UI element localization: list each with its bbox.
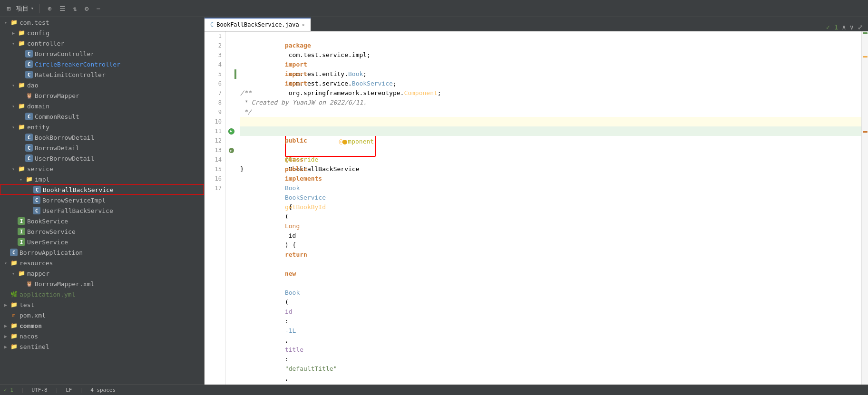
code-line-13: public Book getBookById ( Long id ) { re… (240, 145, 861, 155)
label-BorrowServiceImpl: BorrowServiceImpl (42, 197, 106, 204)
sidebar-item-entity[interactable]: ▾ 📁 entity (0, 122, 204, 132)
code-line-11: public class BookFallBackService impleme… (240, 126, 861, 136)
sidebar-item-config[interactable]: ▶ 📁 config (0, 28, 204, 38)
gutter-17 (226, 183, 236, 193)
space-13c (285, 260, 289, 268)
label-CommonResult: CommonResult (35, 113, 79, 120)
str-defaultTitle: "defaultTitle" (285, 365, 337, 372)
sidebar-item-BorrowController[interactable]: C BorrowController (0, 48, 204, 59)
gutter-icons: ▶ ▶ (226, 31, 236, 385)
sidebar-item-BorrowDetail[interactable]: C BorrowDetail (0, 143, 204, 153)
sidebar-item-test[interactable]: ▶ 📁 test (0, 299, 204, 310)
sidebar-item-CircleBreakerController[interactable]: C CircleBreakerController (0, 59, 204, 69)
label-UserService: UserService (27, 239, 68, 246)
tab-bar-right: ✓ 1 ∧ ∨ ⤢ (826, 23, 868, 31)
sidebar-item-com-test[interactable]: ▾ 📁 com.test (0, 17, 204, 28)
sidebar-item-BorrowApplication[interactable]: C BorrowApplication (0, 247, 204, 258)
arrow-service: ▾ (10, 166, 17, 172)
nav-down-arrow[interactable]: ∨ (850, 23, 854, 31)
run-gutter-icon-11[interactable]: ▶ (228, 128, 234, 135)
sidebar-item-pom-xml[interactable]: m pom.xml (0, 310, 204, 320)
label-BorrowMapper-dao: BorrowMapper (35, 92, 79, 99)
sidebar-item-application-yaml[interactable]: 🌿 application.yml (0, 289, 204, 299)
sidebar-item-RateLimitController[interactable]: C RateLimitController (0, 69, 204, 80)
toolbar-sort-btn[interactable]: ⇅ (71, 4, 79, 13)
label-controller: controller (27, 40, 64, 47)
editor-area[interactable]: 1 2 3 4 5 6 7 8 9 10 11 12 13 14 15 16 1 (205, 31, 868, 385)
sidebar-item-dao[interactable]: ▾ 📁 dao (0, 80, 204, 90)
sidebar-item-common[interactable]: ▶ 📁 common (0, 320, 204, 331)
sidebar-item-impl[interactable]: ▾ 📁 impl (0, 174, 204, 184)
toolbar-locate-btn[interactable]: ⊕ (46, 4, 53, 13)
folder-icon-service: 📁 (17, 165, 26, 172)
label-nacos: nacos (20, 333, 38, 340)
label-dao: dao (27, 82, 38, 89)
gutter-10 (226, 117, 236, 126)
folder-icon-config: 📁 (17, 29, 26, 36)
line-num-7: 7 (205, 88, 222, 98)
line-num-2: 2 (205, 41, 222, 50)
gutter-11[interactable]: ▶ (226, 126, 236, 136)
line-num-6: 6 (205, 79, 222, 88)
code-line-4: import com.test.service.BookService; (240, 60, 861, 69)
sidebar-item-service[interactable]: ▾ 📁 service (0, 164, 204, 174)
line-num-16: 16 (205, 174, 222, 183)
sidebar-item-UserService[interactable]: I UserService (0, 237, 204, 247)
sidebar-item-UserFallBackService[interactable]: C UserFallBackService (0, 205, 204, 216)
gutter-8 (226, 98, 236, 107)
comma-2: , (285, 375, 296, 382)
arrow-sentinel: ▶ (2, 344, 10, 349)
sidebar-item-nacos[interactable]: ▶ 📁 nacos (0, 331, 204, 341)
nav-up-arrow[interactable]: ∧ (842, 23, 846, 31)
code-line-14 (240, 155, 861, 164)
right-gutter-indicator-orange (863, 131, 868, 133)
sidebar-item-BookBorrowDetail[interactable]: C BookBorrowDetail (0, 132, 204, 143)
tab-close-button[interactable]: × (302, 22, 305, 28)
sidebar-item-BorrowService[interactable]: I BorrowService (0, 226, 204, 237)
label-config: config (27, 29, 49, 37)
sidebar-item-mapper[interactable]: ▾ 📁 mapper (0, 268, 204, 279)
toolbar-project-icon[interactable]: ⊞ (5, 4, 12, 13)
run-gutter-icon-13[interactable]: ▶ (229, 148, 234, 153)
label-impl: impl (35, 176, 49, 183)
status-line-sep: LF (66, 387, 72, 393)
sidebar-item-BookService[interactable]: I BookService (0, 216, 204, 226)
sidebar-item-BorrowServiceImpl[interactable]: C BorrowServiceImpl (0, 195, 204, 205)
code-area[interactable]: package com.test.service.impl; import co… (236, 31, 861, 385)
gutter-13[interactable]: ▶ (226, 145, 236, 155)
colon-2: : (285, 356, 293, 363)
arrow-entity: ▾ (10, 125, 17, 130)
label-resources: resources (20, 260, 53, 267)
label-BorrowApplication: BorrowApplication (20, 249, 83, 256)
sidebar-item-BookFallBackService[interactable]: C BookFallBackService (0, 184, 204, 195)
gutter-9 (226, 107, 236, 117)
interface-icon-BookService: I (17, 217, 26, 225)
label-pom-xml: pom.xml (20, 312, 46, 319)
sidebar-item-sentinel[interactable]: ▶ 📁 sentinel (0, 341, 204, 352)
arrow-config: ▶ (10, 30, 17, 36)
line-num-9: 9 (205, 107, 222, 117)
label-UserFallBackService: UserFallBackService (42, 207, 113, 214)
line-num-10: 10 (205, 117, 222, 126)
gutter-5 (226, 69, 236, 79)
toolbar-settings-btn[interactable]: ⚙ (83, 4, 90, 13)
folder-icon-resources: 📁 (10, 260, 18, 266)
tab-BookFallBackService[interactable]: C BookFallBackService.java × (205, 18, 311, 31)
toolbar-collapse-btn[interactable]: ☰ (58, 4, 68, 13)
toolbar-minus-btn[interactable]: − (94, 4, 102, 13)
run-play-icon-small: ▶ (230, 149, 232, 152)
folder-icon-common: 📁 (10, 322, 18, 329)
nav-expand[interactable]: ⤢ (858, 23, 863, 31)
sidebar-item-BorrowMapper-xml[interactable]: 🦉 BorrowMapper.xml (0, 279, 204, 289)
sidebar-item-resources[interactable]: ▾ 📁 resources (0, 258, 204, 268)
tab-label: BookFallBackService.java (216, 21, 299, 28)
sidebar-item-CommonResult[interactable]: C CommonResult (0, 111, 204, 122)
right-gutter (861, 31, 868, 385)
sidebar-item-UserBorrowDetail[interactable]: C UserBorrowDetail (0, 153, 204, 164)
sidebar-item-controller[interactable]: ▾ 📁 controller (0, 38, 204, 48)
folder-icon-controller: 📁 (17, 40, 26, 47)
sidebar-item-BorrowMapper-dao[interactable]: 🦉 BorrowMapper (0, 90, 204, 101)
line-num-3: 3 (205, 50, 222, 60)
sidebar-item-domain[interactable]: ▾ 📁 domain (0, 101, 204, 111)
folder-icon-entity: 📁 (17, 124, 26, 130)
